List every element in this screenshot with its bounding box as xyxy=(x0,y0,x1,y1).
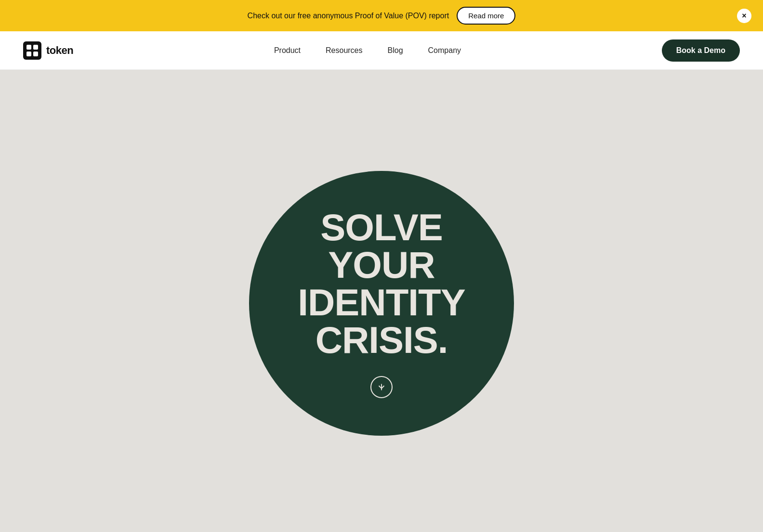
headline-line4: CRISIS. xyxy=(316,319,448,361)
read-more-button[interactable]: Read more xyxy=(457,7,515,25)
headline-line2: YOUR xyxy=(328,244,434,286)
hero-circle: SOLVE YOUR IDENTITY CRISIS. xyxy=(249,171,514,436)
scroll-down-button[interactable] xyxy=(370,376,393,398)
logo-icon xyxy=(23,41,41,60)
headline-line3: IDENTITY xyxy=(298,281,465,324)
svg-rect-2 xyxy=(33,45,38,50)
nav-product[interactable]: Product xyxy=(274,46,301,55)
hero-headline: SOLVE YOUR IDENTITY CRISIS. xyxy=(298,208,465,359)
nav-company[interactable]: Company xyxy=(428,46,461,55)
nav-blog[interactable]: Blog xyxy=(388,46,403,55)
logo[interactable]: token xyxy=(23,41,73,60)
nav-links: Product Resources Blog Company xyxy=(274,46,461,55)
nav-resources[interactable]: Resources xyxy=(326,46,362,55)
navbar: token Product Resources Blog Company Boo… xyxy=(0,31,763,70)
hero-section: SOLVE YOUR IDENTITY CRISIS. xyxy=(0,70,763,532)
svg-rect-4 xyxy=(33,52,38,56)
logo-text: token xyxy=(46,44,73,57)
svg-rect-3 xyxy=(26,52,31,56)
close-banner-button[interactable]: × xyxy=(737,9,751,23)
announcement-banner: Check out our free anonymous Proof of Va… xyxy=(0,0,763,31)
banner-text: Check out our free anonymous Proof of Va… xyxy=(248,12,449,20)
svg-rect-0 xyxy=(23,41,41,60)
svg-rect-1 xyxy=(26,45,31,50)
book-demo-button[interactable]: Book a Demo xyxy=(662,39,740,62)
chevron-down-icon xyxy=(376,382,387,392)
headline-line1: SOLVE xyxy=(320,206,443,248)
